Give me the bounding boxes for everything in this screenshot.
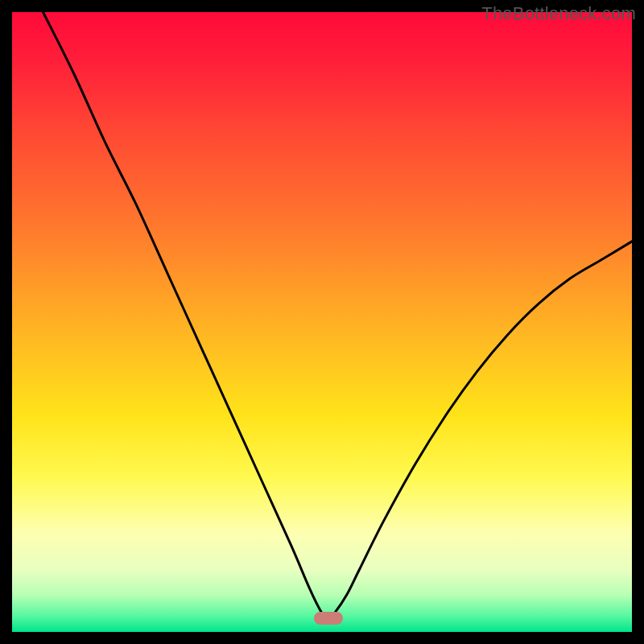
watermark-text: TheBottleneck.com [481,3,636,24]
gradient-background [12,12,632,632]
plot-area [12,12,632,632]
optimum-marker [314,612,343,625]
plot-svg [12,12,632,632]
chart-frame: TheBottleneck.com [0,0,644,644]
